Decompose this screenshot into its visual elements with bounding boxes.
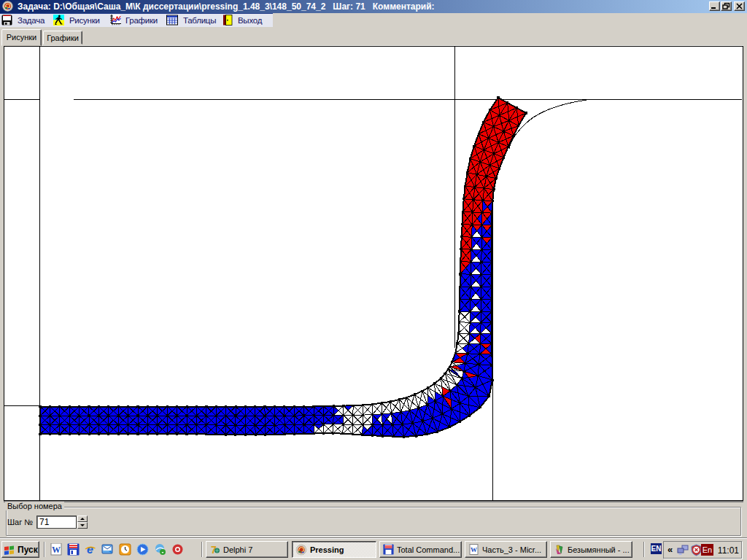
svg-text:W: W [471, 546, 477, 553]
svg-text:e: e [87, 543, 93, 556]
svg-text:W: W [52, 545, 61, 555]
